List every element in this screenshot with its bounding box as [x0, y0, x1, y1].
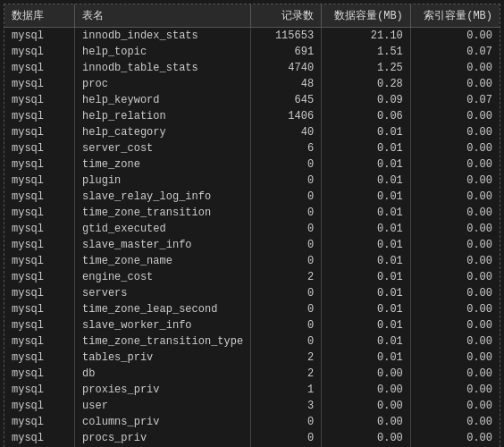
- table-row: mysqlprocs_priv00.000.00: [4, 430, 500, 446]
- table-row: mysqlservers00.010.00: [4, 285, 500, 301]
- table-cell: 0.01: [322, 237, 411, 253]
- table-cell: 0: [251, 221, 322, 237]
- table-cell: gtid_executed: [75, 221, 251, 237]
- table-row: mysqlinnodb_index_stats11565321.100.00: [4, 28, 500, 45]
- table-cell: 1.51: [322, 44, 411, 60]
- col-header-db: 数据库: [4, 4, 75, 28]
- mysql-stats-table: 数据库 表名 记录数 数据容量(MB) 索引容量(MB) mysqlinnodb…: [4, 4, 500, 447]
- table-cell: engine_cost: [75, 269, 251, 285]
- table-row: mysqldb20.000.00: [4, 366, 500, 382]
- table-cell: 645: [251, 92, 322, 108]
- table-cell: 3: [251, 398, 322, 414]
- table-body: mysqlinnodb_index_stats11565321.100.00my…: [4, 28, 500, 448]
- table-cell: 0.00: [410, 173, 500, 189]
- table-cell: 0.01: [322, 301, 411, 317]
- table-cell: slave_master_info: [75, 237, 251, 253]
- table-cell: mysql: [4, 92, 75, 108]
- table-cell: proc: [75, 76, 251, 92]
- table-cell: mysql: [4, 269, 75, 285]
- table-cell: 0: [251, 317, 322, 333]
- table-cell: 0.00: [410, 414, 500, 430]
- table-cell: help_topic: [75, 44, 251, 60]
- table-cell: 0.00: [410, 301, 500, 317]
- table-cell: slave_relay_log_info: [75, 189, 251, 205]
- table-cell: 0.01: [322, 140, 411, 156]
- table-row: mysqlslave_relay_log_info00.010.00: [4, 189, 500, 205]
- table-cell: 0.01: [322, 333, 411, 350]
- table-cell: 0.00: [410, 124, 500, 140]
- table-cell: db: [75, 366, 251, 382]
- table-cell: mysql: [4, 382, 75, 398]
- table-cell: 0.09: [322, 92, 411, 108]
- table-cell: procs_priv: [75, 430, 251, 446]
- table-cell: 0: [251, 253, 322, 269]
- col-header-data: 数据容量(MB): [322, 4, 411, 28]
- table-cell: 0: [251, 189, 322, 205]
- table-cell: mysql: [4, 173, 75, 189]
- table-cell: columns_priv: [75, 414, 251, 430]
- table-cell: 0.01: [322, 124, 411, 140]
- table-cell: 0.00: [410, 269, 500, 285]
- table-cell: mysql: [4, 205, 75, 221]
- table-row: mysqlhelp_keyword6450.090.07: [4, 92, 500, 108]
- table-cell: mysql: [4, 317, 75, 333]
- table-cell: 0: [251, 333, 322, 350]
- table-cell: 0: [251, 285, 322, 301]
- table-cell: 0.01: [322, 156, 411, 173]
- table-row: mysqlserver_cost60.010.00: [4, 140, 500, 156]
- table-cell: mysql: [4, 221, 75, 237]
- table-cell: 40: [251, 124, 322, 140]
- table-cell: 0.07: [410, 92, 500, 108]
- table-cell: mysql: [4, 156, 75, 173]
- table-cell: 0.01: [322, 205, 411, 221]
- table-cell: 0.00: [410, 382, 500, 398]
- table-cell: mysql: [4, 253, 75, 269]
- table-cell: time_zone_transition: [75, 205, 251, 221]
- table-cell: 0: [251, 205, 322, 221]
- table-cell: time_zone_transition_type: [75, 333, 251, 350]
- table-cell: 0.01: [322, 189, 411, 205]
- table-cell: 0: [251, 156, 322, 173]
- table-cell: 0.00: [322, 414, 411, 430]
- table-cell: 2: [251, 366, 322, 382]
- table-cell: 2: [251, 350, 322, 366]
- col-header-index: 索引容量(MB): [410, 4, 500, 28]
- table-row: mysqlslave_master_info00.010.00: [4, 237, 500, 253]
- table-cell: 0.00: [410, 140, 500, 156]
- table-row: mysqlslave_worker_info00.010.00: [4, 317, 500, 333]
- table-row: mysqlgtid_executed00.010.00: [4, 221, 500, 237]
- table-cell: proxies_priv: [75, 382, 251, 398]
- table-cell: mysql: [4, 398, 75, 414]
- table-cell: mysql: [4, 28, 75, 45]
- col-header-records: 记录数: [251, 4, 322, 28]
- table-cell: mysql: [4, 285, 75, 301]
- table-header-row: 数据库 表名 记录数 数据容量(MB) 索引容量(MB): [4, 4, 500, 28]
- table-cell: 0.01: [322, 350, 411, 366]
- table-cell: 0.00: [410, 285, 500, 301]
- table-cell: 0.01: [322, 285, 411, 301]
- table-cell: 0.00: [410, 398, 500, 414]
- table-cell: 0: [251, 173, 322, 189]
- table-row: mysqltime_zone00.010.00: [4, 156, 500, 173]
- table-cell: mysql: [4, 414, 75, 430]
- table-cell: mysql: [4, 301, 75, 317]
- table-cell: 0.00: [322, 366, 411, 382]
- table-row: mysqlhelp_relation14060.060.00: [4, 108, 500, 124]
- table-cell: 0.00: [410, 60, 500, 76]
- table-cell: 0.00: [410, 366, 500, 382]
- table-cell: 1: [251, 382, 322, 398]
- table-cell: 0.01: [322, 173, 411, 189]
- table-row: mysqltime_zone_transition00.010.00: [4, 205, 500, 221]
- table-cell: tables_priv: [75, 350, 251, 366]
- table-cell: 115653: [251, 28, 322, 45]
- table-cell: 0.01: [322, 317, 411, 333]
- table-cell: 0.00: [410, 156, 500, 173]
- table-cell: 0.00: [410, 221, 500, 237]
- table-row: mysqlhelp_topic6911.510.07: [4, 44, 500, 60]
- table-cell: mysql: [4, 108, 75, 124]
- table-cell: server_cost: [75, 140, 251, 156]
- table-cell: 0.01: [322, 221, 411, 237]
- table-cell: 0.01: [322, 269, 411, 285]
- table-cell: 0.00: [410, 333, 500, 350]
- data-table-container: 数据库 表名 记录数 数据容量(MB) 索引容量(MB) mysqlinnodb…: [4, 4, 500, 447]
